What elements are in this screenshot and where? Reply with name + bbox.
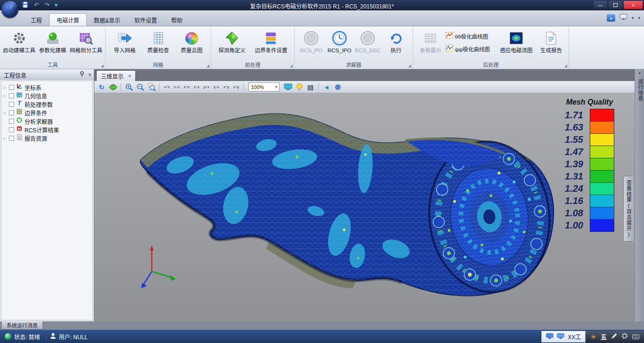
- tree-checkbox[interactable]: [9, 85, 14, 90]
- layers-icon[interactable]: ▤: [305, 82, 315, 92]
- dialog-launcher-icon[interactable]: [564, 65, 567, 67]
- view-axis-button[interactable]: x↑z: [163, 83, 171, 91]
- monitor-icon[interactable]: [546, 333, 553, 341]
- view-axis-button[interactable]: z↓x: [192, 83, 201, 91]
- ribbon-group-preprocess: 探测角定义 边界条件设置 前处理: [211, 26, 295, 69]
- zoom-in-icon[interactable]: [124, 82, 134, 92]
- tree-item-coordinate-system[interactable]: ▷ 坐标系: [1, 83, 92, 91]
- tree-checkbox[interactable]: [9, 136, 14, 141]
- tree-item-boundary-conditions[interactable]: ▷ 边界条件: [1, 108, 92, 117]
- ime-settings-gear-icon[interactable]: [621, 333, 628, 341]
- tab-close-icon[interactable]: ×: [128, 73, 131, 79]
- ribbon-tab-settings[interactable]: 软件设置: [127, 13, 164, 26]
- share-view-icon[interactable]: ◄: [322, 82, 331, 92]
- monitor-icon[interactable]: [557, 333, 564, 341]
- 3d-model[interactable]: [94, 93, 635, 321]
- tab-3d-display[interactable]: 三维显示 ×: [96, 70, 136, 81]
- panel-close-icon[interactable]: ×: [88, 72, 91, 78]
- ribbon-tab-data-display[interactable]: 数据&显示: [87, 13, 127, 26]
- view-axis-button[interactable]: z↑x: [182, 83, 191, 91]
- ime-logo-icon[interactable]: ☀: [590, 333, 596, 341]
- rotate-view-icon[interactable]: ↻: [97, 82, 107, 92]
- expand-arrow-icon[interactable]: ▷: [3, 111, 7, 115]
- collapse-ribbon-icon[interactable]: ▴: [607, 14, 615, 22]
- tree-item-analysis-solver[interactable]: 分析求解器: [1, 117, 92, 125]
- run-info-tab[interactable]: 运行信息: [635, 79, 644, 101]
- quality-check-button[interactable]: 质量检查: [141, 28, 175, 54]
- theta-polarization-curve-button[interactable]: θθ极化曲线图: [446, 32, 496, 41]
- tree-checkbox[interactable]: [9, 119, 14, 124]
- minimize-button[interactable]: —: [594, 1, 607, 9]
- view-axis-button[interactable]: y↓x: [212, 83, 221, 91]
- ribbon-tab-em-computation[interactable]: 电磁计算: [49, 13, 87, 26]
- close-button[interactable]: ×: [624, 1, 643, 9]
- ime-tray[interactable]: XX工: [541, 331, 586, 343]
- solver-rcs-po-button: RCS_PO: [297, 28, 325, 54]
- tree-item-geometry-info[interactable]: ▷ 几何信息: [1, 91, 92, 100]
- tree-checkbox[interactable]: [9, 110, 14, 115]
- quality-contour-button[interactable]: 质量云图: [175, 28, 208, 54]
- legend-swatch: [590, 109, 614, 122]
- view-axis-button[interactable]: z↑y: [222, 83, 231, 91]
- view-results-tab[interactable]: 查看结果(双击展开): [623, 176, 634, 242]
- tree-checkbox[interactable]: [9, 102, 14, 107]
- tree-item-report-resources[interactable]: ▷ 报告资源: [1, 134, 92, 142]
- light-bulb-icon[interactable]: [294, 82, 304, 92]
- zoom-level-combo[interactable]: 100% ▾: [248, 82, 280, 91]
- expand-arrow-icon[interactable]: ▷: [3, 136, 7, 140]
- tree-checkbox[interactable]: [9, 127, 14, 132]
- expand-arrow-icon[interactable]: ▷: [3, 94, 7, 98]
- execute-button[interactable]: 执行: [382, 28, 410, 54]
- orbit-icon[interactable]: [108, 82, 118, 92]
- 3d-viewport[interactable]: Mesh Quality 1.71 1.63 1.55 1.47 1.39 1.…: [94, 93, 635, 321]
- generate-report-button[interactable]: 生成报告: [536, 28, 566, 54]
- ribbon-tab-project[interactable]: 工程: [24, 13, 49, 26]
- dialog-launcher-icon[interactable]: [206, 65, 209, 67]
- save-icon[interactable]: [22, 1, 29, 10]
- view-axis-button[interactable]: z↓y: [232, 83, 240, 91]
- button-label: 质量检查: [148, 48, 169, 54]
- solver-rcs-eec-button: RCS_EEC: [354, 28, 382, 54]
- psi-polarization-curve-button[interactable]: ψψ极化曲线图: [446, 45, 496, 53]
- pin-icon[interactable]: [80, 71, 84, 78]
- boundary-settings-button[interactable]: 边界条件设置: [250, 28, 292, 54]
- view-axis-button[interactable]: x↓z: [173, 83, 181, 91]
- expand-arrow-icon[interactable]: ▷: [3, 85, 7, 90]
- solver-rcs-ipo-button[interactable]: RCS_IPO: [325, 28, 354, 54]
- probe-angle-button[interactable]: 探测角定义: [214, 28, 250, 54]
- induced-current-map-button[interactable]: 感应电磁流图: [496, 28, 536, 54]
- import-mesh-button[interactable]: 导入网格: [108, 28, 141, 54]
- zoom-out-icon[interactable]: [135, 82, 145, 92]
- dialog-launcher-icon[interactable]: [408, 65, 411, 67]
- mesh-partition-tool-button[interactable]: 网格剖分工具: [69, 28, 103, 54]
- system-messages-tab[interactable]: 系统运行消息: [1, 321, 43, 329]
- undo-icon[interactable]: ↶: [34, 0, 39, 10]
- svg-text:R: R: [18, 127, 21, 131]
- ime-tray-text[interactable]: XX工: [568, 333, 581, 341]
- close-view-icon[interactable]: ⊗: [333, 82, 343, 92]
- dialog-launcher-icon[interactable]: [290, 65, 293, 67]
- dialog-launcher-icon[interactable]: [101, 65, 104, 67]
- run-info-strip[interactable]: ▾ 运行信息: [635, 69, 644, 321]
- ime-mode-indicator[interactable]: 五: [601, 332, 607, 341]
- keyboard-icon[interactable]: [632, 333, 639, 341]
- pen-icon[interactable]: [611, 333, 617, 341]
- start-modeling-tool-button[interactable]: 启动建模工具: [2, 28, 36, 54]
- parametric-modeling-button[interactable]: 参数化建模: [36, 28, 69, 54]
- legend-swatch: [590, 182, 614, 195]
- display-settings-caret-icon[interactable]: ▾: [632, 16, 634, 20]
- tree-item-preprocess-params[interactable]: T 前处理参数: [1, 100, 92, 108]
- display-settings-icon[interactable]: [619, 14, 627, 22]
- tree-checkbox[interactable]: [9, 93, 14, 98]
- maximize-button[interactable]: [609, 1, 622, 9]
- ribbon-tab-help[interactable]: 帮助: [164, 13, 190, 26]
- tree-item-rcs-results[interactable]: R RCS计算结果: [1, 125, 92, 134]
- legend-value: 1.31: [565, 170, 583, 183]
- render-display-icon[interactable]: [283, 82, 293, 92]
- quick-access-caret-icon[interactable]: ▾: [55, 0, 58, 10]
- redo-icon[interactable]: ↷: [44, 0, 50, 10]
- strip-caret-icon[interactable]: ▾: [635, 71, 644, 75]
- view-axis-button[interactable]: y↑x: [202, 83, 211, 91]
- more-options-caret-icon[interactable]: ▾: [638, 16, 640, 20]
- zoom-window-icon[interactable]: [147, 82, 157, 92]
